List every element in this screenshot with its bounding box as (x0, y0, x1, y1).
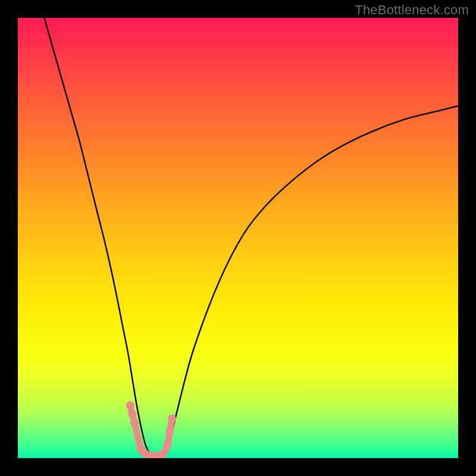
curve-svg (18, 18, 458, 458)
plot-area (18, 18, 458, 458)
bottleneck-curve (44, 18, 458, 458)
marker-dot (128, 410, 136, 418)
marker-dot (130, 419, 139, 427)
marker-dot (159, 450, 167, 458)
watermark-text: TheBottleneck.com (355, 2, 469, 18)
marker-dot (126, 401, 134, 409)
marker-dot (164, 441, 172, 449)
chart-frame: TheBottleneck.com (0, 0, 476, 476)
marker-dot (168, 414, 176, 422)
marker-dot (165, 428, 174, 436)
